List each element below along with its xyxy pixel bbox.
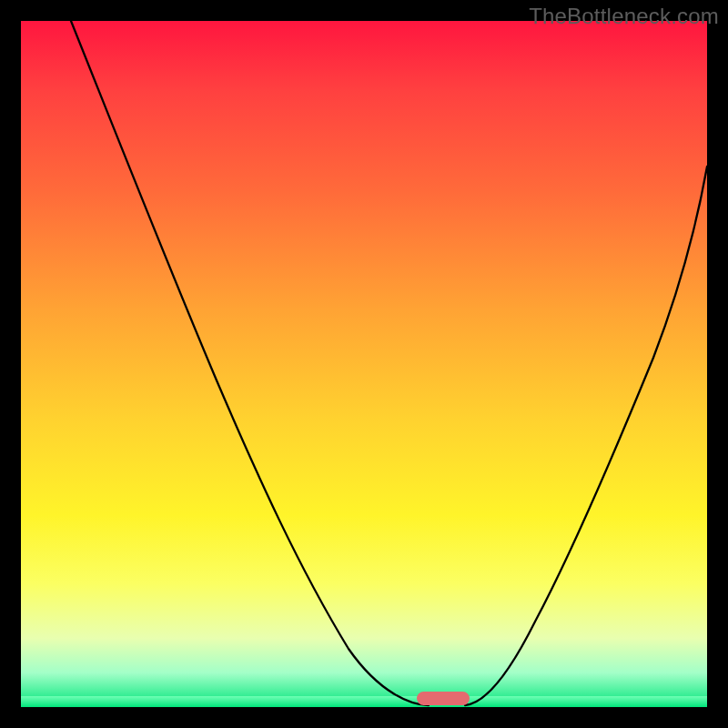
watermark-text: TheBottleneck.com — [529, 4, 719, 29]
bottleneck-curve — [21, 21, 707, 707]
optimal-point-marker — [417, 692, 470, 705]
plot-area — [21, 21, 707, 707]
chart-frame: TheBottleneck.com — [0, 0, 728, 728]
